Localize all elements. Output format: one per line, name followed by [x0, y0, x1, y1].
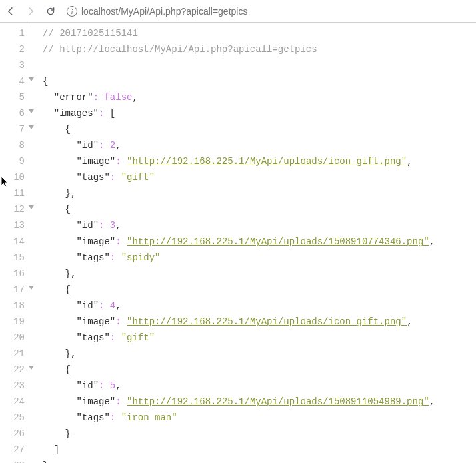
- comment-line: // 20171025115141: [43, 28, 138, 39]
- fold-icon[interactable]: [29, 109, 34, 113]
- browser-toolbar: i localhost/MyApi/Api.php?apicall=getpic…: [0, 0, 476, 23]
- fold-icon[interactable]: [29, 205, 34, 209]
- url-link[interactable]: "http://192.168.225.1/MyApi/uploads/1508…: [127, 236, 429, 247]
- line-gutter: 1 2 3 4 5 6 7 8 9 10 11 12 13 14 15 16 1…: [0, 23, 29, 463]
- fold-icon[interactable]: [29, 77, 34, 81]
- url-link[interactable]: "http://192.168.225.1/MyApi/uploads/icon…: [127, 156, 407, 167]
- forward-button[interactable]: [24, 5, 37, 18]
- url-link[interactable]: "http://192.168.225.1/MyApi/uploads/1508…: [127, 396, 429, 407]
- comment-line: // http://localhost/MyApi/Api.php?apical…: [43, 44, 317, 55]
- url-link[interactable]: "http://192.168.225.1/MyApi/uploads/icon…: [127, 316, 407, 327]
- url-text: localhost/MyApi/Api.php?apicall=getpics: [81, 6, 247, 17]
- reload-button[interactable]: [44, 5, 57, 18]
- fold-icon[interactable]: [29, 286, 34, 290]
- back-button[interactable]: [4, 5, 17, 18]
- address-bar[interactable]: i localhost/MyApi/Api.php?apicall=getpic…: [64, 3, 472, 20]
- fold-icon[interactable]: [29, 366, 34, 370]
- code-content: // 20171025115141 // http://localhost/My…: [29, 23, 435, 463]
- code-viewer: 1 2 3 4 5 6 7 8 9 10 11 12 13 14 15 16 1…: [0, 23, 476, 463]
- fold-icon[interactable]: [29, 125, 34, 129]
- site-info-icon[interactable]: i: [67, 6, 77, 17]
